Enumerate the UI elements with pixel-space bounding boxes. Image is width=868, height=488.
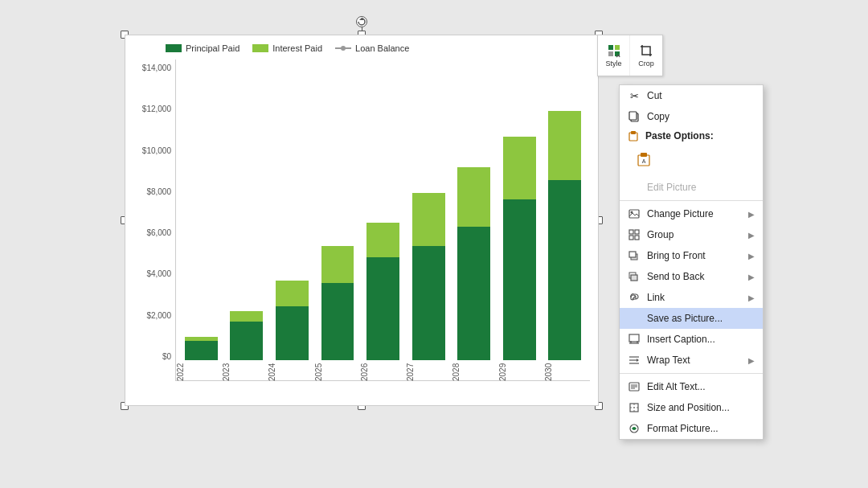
legend-balance-line (335, 47, 351, 49)
rotate-handle[interactable] (356, 16, 367, 27)
link-label: Link (647, 292, 742, 303)
menu-item-change-picture[interactable]: Change Picture ▶ (620, 203, 763, 224)
bar-group-2025 (316, 59, 360, 360)
y-label-0: $0 (162, 352, 171, 361)
menu-item-wrap-text[interactable]: Wrap Text ▶ (620, 350, 763, 371)
group-label: Group (647, 229, 742, 240)
format-picture-icon (628, 422, 641, 435)
copy-icon (628, 110, 641, 123)
bar-interest-2028 (457, 167, 490, 228)
bar-group-2024 (270, 59, 314, 360)
y-label-4k: $4,000 (146, 269, 171, 278)
bar-group-2030 (543, 59, 588, 360)
send-to-back-icon (628, 270, 641, 283)
menu-item-insert-caption[interactable]: Insert Caption... (620, 329, 763, 350)
paste-icon-row: A (628, 145, 755, 174)
menu-item-save-as-picture[interactable]: Save as Picture... (620, 308, 763, 329)
format-picture-label: Format Picture... (647, 423, 755, 434)
bar-group-2028 (452, 59, 496, 360)
legend-principal-label: Principal Paid (186, 43, 240, 53)
crop-label: Crop (638, 59, 654, 68)
main-area: Principal Paid Interest Paid Loan Balanc… (0, 0, 868, 488)
send-to-back-label: Send to Back (647, 271, 742, 282)
svg-rect-25 (629, 236, 633, 240)
x-label-2030: 2030 (544, 363, 590, 381)
style-icon (607, 43, 621, 58)
menu-item-size-position[interactable]: Size and Position... (620, 397, 763, 418)
y-label-14k: $14,000 (142, 64, 171, 72)
bar-group-2029 (497, 59, 542, 360)
y-label-2k: $2,000 (146, 311, 171, 320)
bar-interest-2029 (503, 137, 536, 199)
bar-principal-2023 (230, 322, 263, 360)
save-as-picture-icon (628, 312, 641, 325)
chart-toolbar: Style Crop (597, 35, 663, 76)
bar-principal-2022 (185, 341, 218, 360)
insert-caption-icon (628, 333, 641, 346)
insert-caption-label: Insert Caption... (647, 334, 755, 345)
bar-interest-2026 (366, 223, 399, 257)
x-axis-labels: 2022 2023 2024 2025 2026 2027 2028 2029 … (176, 360, 590, 381)
svg-rect-10 (608, 45, 613, 50)
bar-interest-2030 (548, 111, 581, 179)
y-label-10k: $10,000 (142, 146, 171, 155)
x-label-2024: 2024 (268, 363, 313, 381)
group-arrow: ▶ (748, 231, 755, 240)
legend-interest-label: Interest Paid (272, 43, 322, 53)
bars-row (176, 59, 590, 360)
bring-to-front-icon (628, 249, 641, 262)
paste-keep-format-button[interactable]: A (633, 148, 655, 170)
context-menu: ✂ Cut Copy Paste Options: (619, 84, 764, 440)
bar-group-2023 (225, 59, 269, 360)
crop-icon (639, 43, 653, 58)
menu-item-format-picture[interactable]: Format Picture... (620, 418, 763, 439)
separator-1 (620, 200, 763, 201)
change-picture-arrow: ▶ (748, 210, 755, 219)
size-position-label: Size and Position... (647, 402, 755, 413)
style-label: Style (605, 59, 621, 68)
paste-options-label: Paste Options: (628, 130, 755, 141)
group-icon (628, 228, 641, 241)
style-button[interactable]: Style (598, 35, 630, 76)
change-picture-icon (628, 207, 641, 220)
wrap-text-icon (628, 354, 641, 367)
bar-interest-2023 (230, 311, 263, 322)
chart-legend: Principal Paid Interest Paid Loan Balanc… (166, 43, 590, 53)
svg-rect-28 (629, 252, 636, 257)
paste-options-text: Paste Options: (645, 130, 714, 141)
menu-item-edit-alt-text[interactable]: Edit Alt Text... (620, 376, 763, 397)
menu-item-link[interactable]: Link ▶ (620, 287, 763, 308)
cut-label: Cut (647, 90, 755, 101)
bar-principal-2030 (548, 180, 581, 360)
edit-picture-label: Edit Picture (647, 182, 755, 193)
wrap-text-arrow: ▶ (748, 356, 755, 365)
menu-item-bring-to-front[interactable]: Bring to Front ▶ (620, 245, 763, 266)
link-arrow: ▶ (748, 293, 755, 302)
menu-item-copy[interactable]: Copy (620, 106, 763, 127)
edit-alt-text-icon (628, 380, 641, 393)
svg-rect-15 (629, 112, 637, 120)
menu-item-group[interactable]: Group ▶ (620, 224, 763, 245)
x-label-2028: 2028 (452, 363, 497, 381)
chart-wrapper[interactable]: Principal Paid Interest Paid Loan Balanc… (125, 12, 599, 406)
svg-rect-12 (608, 51, 613, 56)
menu-item-send-to-back[interactable]: Send to Back ▶ (620, 266, 763, 287)
svg-text:A: A (642, 158, 646, 164)
menu-item-cut[interactable]: ✂ Cut (620, 85, 763, 106)
legend-interest-box (252, 44, 268, 52)
bar-principal-2025 (321, 283, 354, 360)
bar-principal-2029 (503, 199, 536, 360)
legend-principal-box (166, 44, 182, 52)
bar-group-2026 (361, 59, 405, 360)
y-label-12k: $12,000 (142, 105, 171, 113)
bar-interest-2024 (276, 281, 309, 306)
x-label-2022: 2022 (176, 363, 222, 381)
bar-principal-2026 (366, 257, 399, 360)
copy-label: Copy (647, 111, 755, 122)
paste-format-icon: A (636, 151, 652, 167)
svg-rect-17 (631, 131, 636, 134)
paste-options-section: Paste Options: A (620, 127, 763, 177)
crop-button[interactable]: Crop (630, 35, 662, 76)
bar-principal-2028 (457, 227, 490, 360)
bar-interest-2025 (321, 246, 354, 282)
